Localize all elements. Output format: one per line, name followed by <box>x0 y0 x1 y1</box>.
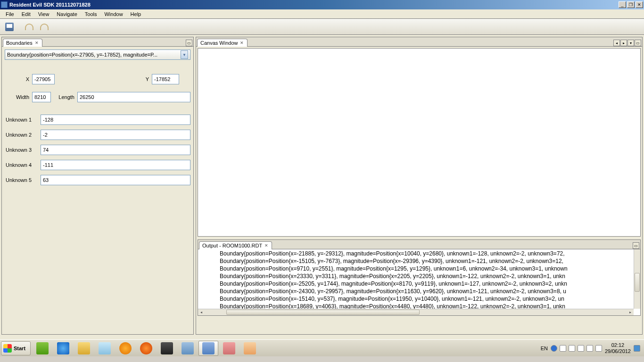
close-button[interactable]: ✕ <box>636 1 643 8</box>
system-tray: EN 02:12 29/06/2012 <box>541 342 643 354</box>
boundaries-panel: Boundaries ✕ ▭ Boundary{position=Positio… <box>1 37 194 335</box>
task-sdk[interactable] <box>198 341 218 356</box>
start-button-label: Start <box>14 346 25 351</box>
tab-boundaries[interactable]: Boundaries ✕ <box>3 39 42 47</box>
panel-prev-button[interactable]: ◂ <box>613 40 620 46</box>
start-button[interactable]: Start <box>1 341 31 355</box>
paint-icon <box>244 342 256 354</box>
restore-button[interactable]: ❐ <box>627 1 635 8</box>
undo-button[interactable] <box>23 20 36 33</box>
notepad-icon <box>99 342 111 354</box>
task-msn[interactable] <box>33 341 52 356</box>
menu-help[interactable]: Help <box>127 10 145 18</box>
right-tab-strip: Canvas Window ✕ ◂ ▸ ▾ ▭ <box>196 37 642 47</box>
task-paint[interactable] <box>240 341 260 356</box>
tray-signal-icon[interactable] <box>586 345 593 352</box>
task-notepad[interactable] <box>95 341 115 356</box>
unknown2-label: Unknown 2 <box>5 132 38 138</box>
close-icon[interactable]: ✕ <box>264 243 269 248</box>
panel-max-button[interactable]: ▭ <box>633 242 639 249</box>
task-app2[interactable] <box>219 341 239 356</box>
task-steam[interactable] <box>157 341 177 356</box>
taskbar: Start EN 02:12 29/06/2012 <box>0 339 644 356</box>
task-wmp[interactable] <box>116 341 135 356</box>
save-icon <box>5 23 14 31</box>
y-field[interactable] <box>152 74 179 84</box>
menu-bar: File Edit View Navigate Tools Window Hel… <box>0 9 644 19</box>
scroll-left-icon[interactable]: ◂ <box>198 310 204 314</box>
output-line: Boundary{position=Position{x=23330, y=33… <box>220 272 640 280</box>
length-field[interactable] <box>77 92 190 102</box>
width-label: Width <box>5 94 29 100</box>
menu-file[interactable]: File <box>2 10 18 18</box>
task-explorer[interactable] <box>74 341 94 356</box>
system-clock[interactable]: 02:12 29/06/2012 <box>605 342 631 354</box>
tray-volume-icon[interactable] <box>595 345 602 352</box>
panel-max-button[interactable]: ▭ <box>635 40 641 46</box>
menu-view[interactable]: View <box>34 10 53 18</box>
minimize-button[interactable]: _ <box>619 1 626 8</box>
output-line: Boundary{position=Position{x=-15140, y=5… <box>220 295 640 303</box>
panel-menu-button[interactable]: ▾ <box>627 40 634 46</box>
output-line: Boundary{position=Position{x=-24300, y=-… <box>220 288 640 295</box>
unknown5-field[interactable] <box>41 175 190 185</box>
task-firefox[interactable] <box>136 341 156 356</box>
clock-time: 02:12 <box>605 342 631 348</box>
unknown5-label: Unknown 5 <box>5 177 38 183</box>
save-button[interactable] <box>3 20 16 33</box>
unknown4-field[interactable] <box>41 160 190 170</box>
unknown2-field[interactable] <box>41 130 190 140</box>
app-icon <box>182 342 194 354</box>
tray-updates-icon[interactable] <box>578 345 584 352</box>
app-icon <box>1 1 8 8</box>
tray-monitor-icon[interactable] <box>634 345 640 352</box>
steam-icon <box>161 342 173 354</box>
sdk-icon <box>202 342 215 354</box>
x-field[interactable] <box>32 74 55 84</box>
scrollbar-horizontal[interactable]: ◂ ▸ <box>198 309 634 315</box>
tray-chevron-icon[interactable] <box>560 345 566 352</box>
menu-window[interactable]: Window <box>100 10 126 18</box>
output-line: Boundary{position=Position{x=9710, y=255… <box>220 265 640 272</box>
menu-navigate[interactable]: Navigate <box>53 10 81 18</box>
folder-icon <box>78 342 90 354</box>
windows-icon <box>3 344 12 353</box>
unknown3-field[interactable] <box>41 145 190 155</box>
toolbar <box>0 19 644 35</box>
x-label: X <box>5 76 29 82</box>
task-app1[interactable] <box>178 341 198 356</box>
left-tab-strip: Boundaries ✕ ▭ <box>2 37 193 47</box>
tab-output[interactable]: Output - ROOM1000.RDT ✕ <box>199 241 272 249</box>
output-text[interactable]: Boundary{position=Position{x=-21885, y=-… <box>198 249 640 315</box>
language-indicator[interactable]: EN <box>541 346 548 351</box>
panel-next-button[interactable]: ▸ <box>620 40 627 46</box>
panel-max-button[interactable]: ▭ <box>186 40 192 46</box>
boundary-selector[interactable]: Boundary{position=Position{x=-27905, y=-… <box>5 49 190 60</box>
scrollbar-vertical[interactable] <box>634 249 640 309</box>
task-ie[interactable] <box>53 341 73 356</box>
task-icons <box>33 341 260 356</box>
menu-edit[interactable]: Edit <box>18 10 34 18</box>
scrollbar-thumb[interactable] <box>635 273 640 292</box>
tray-help-icon[interactable] <box>551 345 557 352</box>
tray-network-icon[interactable] <box>569 345 575 352</box>
unknown1-label: Unknown 1 <box>5 117 38 123</box>
scroll-right-icon[interactable]: ▸ <box>627 310 633 314</box>
tab-canvas[interactable]: Canvas Window ✕ <box>197 39 248 47</box>
ie-icon <box>57 342 69 354</box>
right-panel: Canvas Window ✕ ◂ ▸ ▾ ▭ Output - ROOM100… <box>196 37 643 335</box>
chevron-down-icon: ▼ <box>181 50 188 59</box>
msn-icon <box>36 342 49 354</box>
unknown1-field[interactable] <box>41 115 190 125</box>
length-label: Length <box>54 94 74 100</box>
close-icon[interactable]: ✕ <box>34 41 39 45</box>
canvas-window[interactable] <box>198 48 641 237</box>
boundary-selector-value: Boundary{position=Position{x=-27905, y=-… <box>7 52 181 58</box>
width-field[interactable] <box>32 92 51 102</box>
window-title: Resident Evil SDK 201112071828 <box>9 2 619 8</box>
scrollbar-thumb[interactable] <box>226 310 420 315</box>
close-icon[interactable]: ✕ <box>239 41 244 45</box>
redo-button[interactable] <box>38 20 51 33</box>
menu-tools[interactable]: Tools <box>81 10 101 18</box>
tab-canvas-label: Canvas Window <box>200 40 238 46</box>
